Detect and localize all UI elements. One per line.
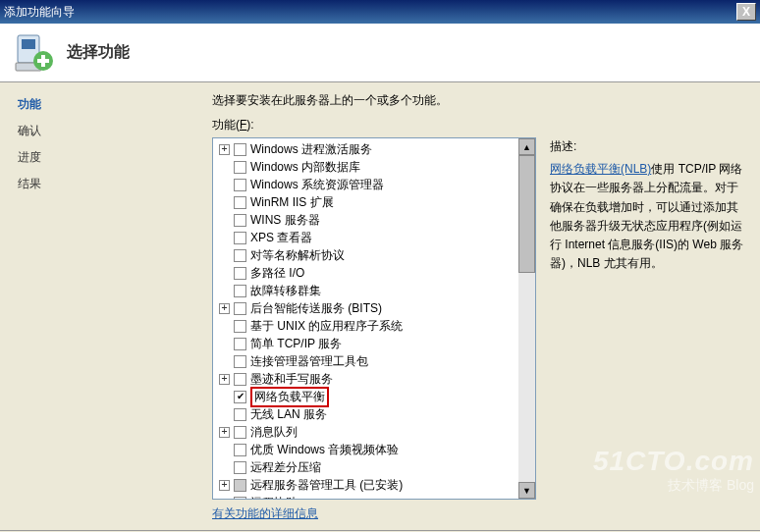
tree-label[interactable]: Windows 系统资源管理器 xyxy=(250,177,384,193)
checkbox[interactable] xyxy=(234,461,246,474)
tree-row[interactable]: WinRM IIS 扩展 xyxy=(213,193,535,211)
expand-toggle[interactable]: + xyxy=(219,427,230,438)
window-title: 添加功能向导 xyxy=(4,4,75,21)
tree-label[interactable]: 无线 LAN 服务 xyxy=(250,406,327,423)
checkbox[interactable] xyxy=(234,497,246,501)
checkbox[interactable] xyxy=(234,214,246,227)
scrollbar-track[interactable]: ▲ ▼ xyxy=(518,138,535,499)
tree-label[interactable]: 优质 Windows 音频视频体验 xyxy=(250,442,399,458)
description-title: 描述: xyxy=(550,137,744,156)
expand-toggle[interactable]: + xyxy=(219,374,230,385)
tree-label[interactable]: 远程协助 xyxy=(250,495,298,501)
expand-toggle[interactable]: + xyxy=(219,480,230,491)
checkbox[interactable] xyxy=(234,196,246,209)
tree-row[interactable]: +消息队列 xyxy=(213,423,535,441)
instruction-text: 选择要安装在此服务器上的一个或多个功能。 xyxy=(212,92,744,109)
tree-row[interactable]: XPS 查看器 xyxy=(213,229,535,246)
tree-row[interactable]: 远程差分压缩 xyxy=(213,458,535,476)
close-button[interactable]: X xyxy=(736,3,756,21)
tree-label[interactable]: 多路径 I/O xyxy=(250,265,304,282)
tree-label[interactable]: 远程差分压缩 xyxy=(250,459,321,476)
checkbox[interactable] xyxy=(234,249,246,262)
expand-toggle xyxy=(219,268,230,279)
description-body: 网络负载平衡(NLB)使用 TCP/IP 网络协议在一些服务器上分配流量。对于确… xyxy=(550,160,744,273)
tree-row[interactable]: +墨迹和手写服务 xyxy=(213,370,535,388)
sidebar-step[interactable]: 进度 xyxy=(18,149,179,166)
checkbox[interactable] xyxy=(234,267,246,280)
tree-row[interactable]: 无线 LAN 服务 xyxy=(213,405,535,423)
checkbox[interactable] xyxy=(234,285,246,297)
tree-row[interactable]: 简单 TCP/IP 服务 xyxy=(213,335,535,352)
scrollbar-thumb[interactable] xyxy=(518,155,535,273)
tree-label[interactable]: 后台智能传送服务 (BITS) xyxy=(250,300,382,317)
expand-toggle[interactable]: + xyxy=(219,144,230,155)
checkbox[interactable] xyxy=(234,143,246,156)
more-info: 有关功能的详细信息 xyxy=(212,505,744,522)
expand-toggle xyxy=(219,392,230,402)
tree-row[interactable]: 基于 UNIX 的应用程序子系统 xyxy=(213,317,535,335)
tree-label[interactable]: 消息队列 xyxy=(250,424,298,441)
tree-label[interactable]: 连接管理器管理工具包 xyxy=(250,353,368,370)
tree-row[interactable]: Windows 系统资源管理器 xyxy=(213,176,535,193)
wizard-sidebar: 功能确认进度结果 xyxy=(0,82,196,530)
main-content: 选择要安装在此服务器上的一个或多个功能。 功能(F): +Windows 进程激… xyxy=(196,82,760,530)
tree-row[interactable]: 多路径 I/O xyxy=(213,264,535,282)
features-tree[interactable]: +Windows 进程激活服务Windows 内部数据库Windows 系统资源… xyxy=(212,137,536,500)
tree-label[interactable]: WINS 服务器 xyxy=(250,212,320,229)
tree-label[interactable]: Windows 内部数据库 xyxy=(250,159,360,176)
sidebar-step[interactable]: 结果 xyxy=(18,176,179,192)
checkbox[interactable] xyxy=(234,408,246,421)
expand-toggle xyxy=(219,197,230,208)
checkbox[interactable] xyxy=(234,179,246,191)
checkbox[interactable] xyxy=(234,338,246,350)
tree-row[interactable]: Windows 内部数据库 xyxy=(213,158,535,176)
more-info-link[interactable]: 有关功能的详细信息 xyxy=(212,506,318,520)
description-link[interactable]: 网络负载平衡(NLB) xyxy=(550,162,651,176)
tree-row[interactable]: WINS 服务器 xyxy=(213,211,535,229)
checkbox[interactable] xyxy=(234,444,246,456)
expand-toggle xyxy=(219,162,230,173)
checkbox[interactable] xyxy=(234,320,246,333)
tree-label[interactable]: XPS 查看器 xyxy=(250,230,312,246)
checkbox[interactable] xyxy=(234,232,246,244)
sidebar-step[interactable]: 确认 xyxy=(18,123,179,139)
tree-row[interactable]: +Windows 进程激活服务 xyxy=(213,140,535,158)
scroll-down-button[interactable]: ▼ xyxy=(518,482,535,499)
expand-toggle xyxy=(219,233,230,243)
tree-label[interactable]: 故障转移群集 xyxy=(250,283,321,299)
tree-label[interactable]: 网络负载平衡 xyxy=(250,387,329,407)
sidebar-step[interactable]: 功能 xyxy=(18,96,179,113)
expand-toggle xyxy=(219,356,230,367)
checkbox[interactable] xyxy=(234,426,246,439)
expand-toggle xyxy=(219,498,230,501)
checkbox[interactable] xyxy=(234,302,246,315)
tree-row[interactable]: 网络负载平衡 xyxy=(213,388,535,405)
description-panel: 描述: 网络负载平衡(NLB)使用 TCP/IP 网络协议在一些服务器上分配流量… xyxy=(550,137,744,500)
tree-label[interactable]: 基于 UNIX 的应用程序子系统 xyxy=(250,318,403,335)
checkbox[interactable] xyxy=(234,373,246,386)
tree-row[interactable]: 优质 Windows 音频视频体验 xyxy=(213,441,535,458)
tree-label[interactable]: 简单 TCP/IP 服务 xyxy=(250,336,342,352)
tree-row[interactable]: 对等名称解析协议 xyxy=(213,246,535,264)
tree-label[interactable]: 对等名称解析协议 xyxy=(250,247,345,264)
tree-label[interactable]: Windows 进程激活服务 xyxy=(250,141,372,158)
scroll-up-button[interactable]: ▲ xyxy=(518,138,535,155)
checkbox[interactable] xyxy=(234,479,246,492)
tree-label[interactable]: WinRM IIS 扩展 xyxy=(250,194,334,211)
checkbox[interactable] xyxy=(234,391,246,403)
checkbox[interactable] xyxy=(234,355,246,368)
tree-label[interactable]: 墨迹和手写服务 xyxy=(250,371,333,388)
features-label: 功能(F): xyxy=(212,117,744,133)
expand-toggle xyxy=(219,462,230,473)
tree-row[interactable]: +后台智能传送服务 (BITS) xyxy=(213,299,535,317)
expand-toggle xyxy=(219,215,230,226)
tree-row[interactable]: 连接管理器管理工具包 xyxy=(213,352,535,370)
tree-row[interactable]: 远程协助 xyxy=(213,494,535,500)
checkbox[interactable] xyxy=(234,161,246,174)
page-title: 选择功能 xyxy=(67,42,130,63)
expand-toggle xyxy=(219,321,230,332)
tree-row[interactable]: +远程服务器管理工具 (已安装) xyxy=(213,476,535,494)
expand-toggle[interactable]: + xyxy=(219,303,230,314)
tree-row[interactable]: 故障转移群集 xyxy=(213,282,535,299)
tree-label[interactable]: 远程服务器管理工具 (已安装) xyxy=(250,477,403,494)
